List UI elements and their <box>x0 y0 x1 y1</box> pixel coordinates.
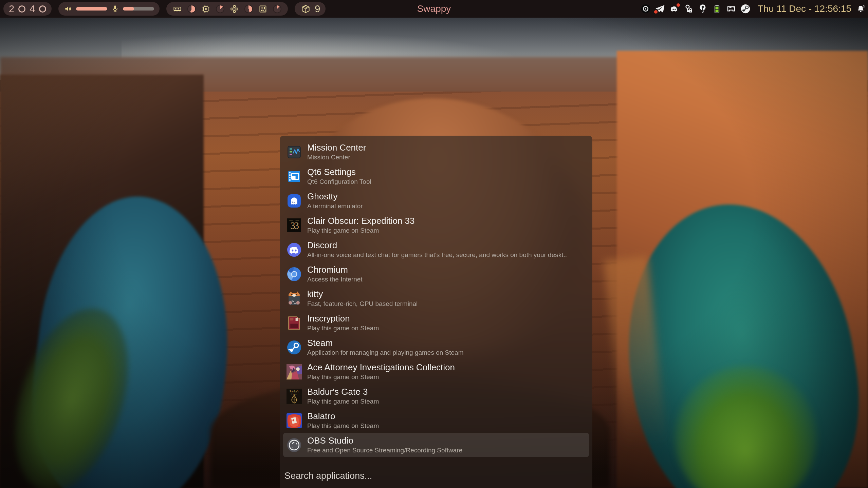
app-subtitle: Play this game on Steam <box>307 422 379 430</box>
top-bar-left: 24 9 <box>3 0 326 18</box>
app-subtitle: Play this game on Steam <box>307 397 379 406</box>
search-input[interactable]: Search applications... <box>284 471 372 481</box>
cpu-icon <box>201 4 210 14</box>
app-subtitle: Play this game on Steam <box>307 227 414 235</box>
list-item[interactable]: Discord All-in-one voice and text chat f… <box>283 237 589 262</box>
notification-badge <box>677 3 680 7</box>
pie-usage-icon <box>244 5 253 13</box>
telegram-icon[interactable] <box>655 4 665 14</box>
list-item[interactable]: Ace Attorney Investigations Collection P… <box>283 359 589 384</box>
chromium-icon <box>287 267 302 282</box>
mission-center-icon <box>287 144 302 160</box>
workspace-number[interactable]: 4 <box>30 4 35 14</box>
audio-pill <box>58 2 160 16</box>
app-title: Qt6 Settings <box>307 167 371 177</box>
app-subtitle: Access the Internet <box>307 275 363 284</box>
balatro-icon <box>287 413 302 428</box>
app-subtitle: Mission Center <box>307 153 366 161</box>
volume-slider-fill <box>76 7 107 11</box>
app-subtitle: Application for managing and playing gam… <box>307 349 464 357</box>
volume-slider[interactable] <box>76 7 107 11</box>
mic-slider-fill <box>123 7 134 11</box>
steam-tray-icon[interactable] <box>740 4 751 14</box>
qt6-settings-icon <box>287 169 302 184</box>
kitty-icon: >_ <box>287 291 302 306</box>
app-title: Ace Attorney Investigations Collection <box>307 362 455 373</box>
app-title: Chromium <box>307 265 363 275</box>
app-title: Baldur's Gate 3 <box>307 387 379 397</box>
ghostty-icon: >- <box>287 193 302 209</box>
workspaces-pill[interactable]: 24 <box>3 2 52 16</box>
speaker-icon[interactable] <box>64 4 73 13</box>
top-bar: Swappy 24 9 Thu 11 Dec - 12:56:15 <box>0 0 868 18</box>
app-title: Clair Obscur: Expedition 33 <box>307 216 414 226</box>
microphone-icon[interactable] <box>111 4 119 13</box>
app-subtitle: All-in-one voice and text chat for gamer… <box>307 251 567 259</box>
steelseries-icon[interactable] <box>641 4 651 14</box>
workspace-empty-indicator[interactable] <box>39 5 46 13</box>
list-item[interactable]: Inscryption Play this game on Steam <box>283 311 589 335</box>
list-item[interactable]: 33 Clair Obscur: Expedition 33 Play this… <box>283 213 589 237</box>
bell-icon[interactable] <box>856 4 865 14</box>
list-item[interactable]: Qt6 Settings Qt6 Configuration Tool <box>283 164 589 189</box>
pie-usage-icon <box>273 5 281 13</box>
desktop: Swappy 24 9 Thu 11 Dec - 12:56:15 <box>0 0 868 488</box>
inscryption-icon <box>287 315 302 331</box>
app-title: Ghostty <box>307 191 363 202</box>
steam-icon <box>287 340 302 355</box>
mic-slider[interactable] <box>123 7 154 11</box>
updates-count: 9 <box>315 4 320 14</box>
app-subtitle: Qt6 Configuration Tool <box>307 178 371 186</box>
discord-icon <box>287 242 302 257</box>
obs-studio-icon <box>287 437 302 453</box>
battery-icon[interactable] <box>712 4 722 14</box>
app-title: Steam <box>307 338 464 348</box>
app-title: Balatro <box>307 411 379 422</box>
keyhole-icon[interactable] <box>698 4 708 14</box>
key-lock-icon[interactable] <box>683 4 694 14</box>
updates-pill[interactable]: 9 <box>295 2 326 16</box>
app-title: Inscryption <box>307 313 379 324</box>
pie-usage-icon <box>187 5 196 13</box>
app-subtitle: Free and Open Source Streaming/Recording… <box>307 446 462 454</box>
top-bar-right: Thu 11 Dec - 12:56:15 <box>641 0 865 18</box>
gamepad-icon <box>230 4 239 14</box>
discord-tray-icon[interactable] <box>669 4 679 14</box>
svg-text:>_: >_ <box>292 299 296 303</box>
app-title: Discord <box>307 240 567 251</box>
workspace-empty-indicator[interactable] <box>18 5 25 13</box>
list-item[interactable]: >- Ghostty A terminal emulator <box>283 189 589 213</box>
app-subtitle: Play this game on Steam <box>307 373 455 381</box>
clair-obscur-icon: 33 <box>287 218 302 233</box>
svg-text:>-: >- <box>292 200 295 203</box>
ethernet-icon[interactable] <box>726 4 736 14</box>
list-item[interactable]: Chromium Access the Internet <box>283 262 589 286</box>
list-item[interactable]: Baldur'sGate Baldur's Gate 3 Play this g… <box>283 384 589 408</box>
svg-text:33: 33 <box>290 220 299 231</box>
app-list: Mission Center Mission Center Qt6 Settin… <box>280 136 592 457</box>
app-launcher: Mission Center Mission Center Qt6 Settin… <box>280 136 592 488</box>
memory-icon <box>173 4 182 14</box>
pie-usage-icon <box>216 5 224 13</box>
app-title: kitty <box>307 289 418 299</box>
system-stats-pill[interactable] <box>166 2 288 16</box>
motherboard-icon <box>258 4 267 14</box>
ace-attorney-icon <box>287 364 302 379</box>
list-item[interactable]: >_ kitty Fast, feature-rich, GPU based t… <box>283 286 589 311</box>
baldurs-gate-icon: Baldur'sGate <box>287 389 302 404</box>
app-subtitle: A terminal emulator <box>307 202 363 210</box>
app-subtitle: Play this game on Steam <box>307 324 379 332</box>
list-item[interactable]: Mission Center Mission Center <box>283 140 589 164</box>
list-item[interactable]: Balatro Play this game on Steam <box>283 408 589 433</box>
list-item[interactable]: OBS Studio Free and Open Source Streamin… <box>283 433 589 457</box>
app-title: OBS Studio <box>307 435 462 446</box>
package-icon <box>301 4 310 14</box>
clock[interactable]: Thu 11 Dec - 12:56:15 <box>757 3 851 14</box>
system-tray <box>641 4 751 14</box>
app-title: Mission Center <box>307 142 366 153</box>
workspace-number[interactable]: 2 <box>9 4 14 14</box>
list-item[interactable]: Steam Application for managing and playi… <box>283 335 589 359</box>
app-subtitle: Fast, feature-rich, GPU based terminal <box>307 300 418 308</box>
